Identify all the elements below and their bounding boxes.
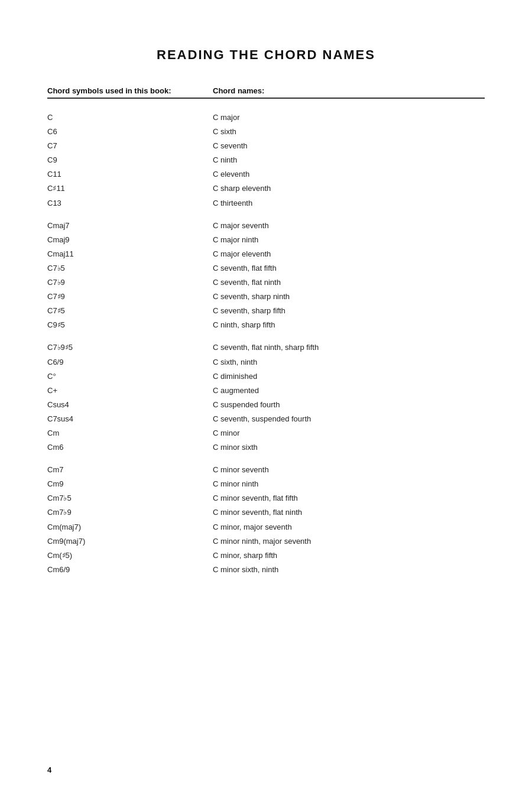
table-row: C7♯5C seventh, sharp fifth [47, 304, 485, 318]
chord-name: C seventh, sharp ninth [213, 290, 485, 303]
chord-name: C eleventh [213, 168, 485, 181]
table-row: C7♯9C seventh, sharp ninth [47, 290, 485, 304]
table-header: Chord symbols used in this book: Chord n… [47, 86, 485, 99]
group-spacer-1 [47, 210, 485, 219]
chord-symbol: Cm6 [47, 441, 213, 454]
chord-name: C sharp eleventh [213, 182, 485, 195]
table-row: C♯11C sharp eleventh [47, 181, 485, 196]
chord-symbol: Cm9(maj7) [47, 535, 213, 548]
chord-name: C major ninth [213, 233, 485, 246]
header-name: Chord names: [213, 86, 485, 95]
group-spacer-0 [47, 102, 485, 111]
chord-symbol: C7 [47, 140, 213, 153]
chord-symbol: Cmaj7 [47, 219, 213, 232]
chord-name: C major seventh [213, 219, 485, 232]
table-row: CC major [47, 111, 485, 125]
chord-symbol: Cm(♯5) [47, 549, 213, 562]
chord-name: C sixth, ninth [213, 356, 485, 369]
table-row: Cm7♭5C minor seventh, flat fifth [47, 491, 485, 505]
table-row: C7sus4C seventh, suspended fourth [47, 412, 485, 426]
table-row: Cm6C minor sixth [47, 440, 485, 455]
chord-symbol: Cm(maj7) [47, 521, 213, 534]
table-row: Cm9C minor ninth [47, 477, 485, 491]
chord-symbol: C6 [47, 125, 213, 138]
table-row: Cmaj9C major ninth [47, 233, 485, 247]
chord-name: C minor ninth [213, 478, 485, 491]
chord-name: C minor seventh, flat ninth [213, 506, 485, 519]
chord-name: C thirteenth [213, 197, 485, 210]
chord-name: C minor ninth, major seventh [213, 535, 485, 548]
chord-symbol: C [47, 111, 213, 124]
table-row: Cm7♭9C minor seventh, flat ninth [47, 505, 485, 520]
chord-name: C seventh, flat ninth, sharp fifth [213, 341, 485, 354]
chord-table: Chord symbols used in this book: Chord n… [47, 86, 485, 577]
chord-symbol: C11 [47, 168, 213, 181]
table-row: C7♭9♯5C seventh, flat ninth, sharp fifth [47, 340, 485, 355]
chord-name: C seventh, sharp fifth [213, 304, 485, 317]
group-spacer-3 [47, 455, 485, 463]
chord-symbol: C9 [47, 154, 213, 167]
page: READING THE CHORD NAMES Chord symbols us… [0, 0, 532, 798]
table-row: C11C eleventh [47, 167, 485, 181]
table-row: Cm9(maj7)C minor ninth, major seventh [47, 534, 485, 549]
chord-name: C suspended fourth [213, 398, 485, 411]
chord-name: C augmented [213, 384, 485, 397]
chord-name: C ninth, sharp fifth [213, 319, 485, 332]
table-row: Cmaj11C major eleventh [47, 247, 485, 261]
chord-name: C minor sixth, ninth [213, 563, 485, 576]
chord-name: C seventh, flat ninth [213, 276, 485, 289]
chord-symbol: C7♭5 [47, 262, 213, 275]
chord-name: C seventh, flat fifth [213, 262, 485, 275]
chord-symbol: Cm7♭5 [47, 492, 213, 505]
table-row: C+C augmented [47, 384, 485, 398]
table-row: Cm(maj7)C minor, major seventh [47, 520, 485, 534]
chord-symbol: Cm9 [47, 478, 213, 491]
group-spacer-2 [47, 332, 485, 340]
chord-name: C minor sixth [213, 441, 485, 454]
page-title: READING THE CHORD NAMES [47, 47, 485, 63]
chord-symbol: Cm6/9 [47, 563, 213, 576]
table-row: Cm7C minor seventh [47, 463, 485, 477]
chord-name: C minor seventh, flat fifth [213, 492, 485, 505]
chord-symbol: C7♭9♯5 [47, 341, 213, 354]
chord-name: C seventh, suspended fourth [213, 413, 485, 426]
chord-name: C minor [213, 427, 485, 440]
table-row: C6/9C sixth, ninth [47, 355, 485, 369]
table-row: C7♭5C seventh, flat fifth [47, 261, 485, 275]
page-number: 4 [47, 765, 51, 774]
chord-name: C minor, major seventh [213, 521, 485, 534]
table-row: C°C diminished [47, 369, 485, 384]
table-row: Cm6/9C minor sixth, ninth [47, 563, 485, 577]
chord-name: C ninth [213, 154, 485, 167]
chord-symbol: Cmaj9 [47, 233, 213, 246]
table-row: C9C ninth [47, 153, 485, 167]
chord-symbol: C+ [47, 384, 213, 397]
chord-symbol: C9♯5 [47, 319, 213, 332]
chord-name: C major eleventh [213, 248, 485, 261]
chord-symbol: Cm7 [47, 463, 213, 476]
chord-name: C minor, sharp fifth [213, 549, 485, 562]
chord-name: C sixth [213, 125, 485, 138]
chord-groups: CC majorC6C sixthC7C seventhC9C ninthC11… [47, 102, 485, 577]
chord-name: C major [213, 111, 485, 124]
table-row: CmC minor [47, 426, 485, 440]
chord-name: C minor seventh [213, 463, 485, 476]
chord-symbol: Cm7♭9 [47, 506, 213, 519]
chord-symbol: C13 [47, 197, 213, 210]
table-row: C7C seventh [47, 139, 485, 153]
chord-symbol: C7sus4 [47, 413, 213, 426]
chord-symbol: Cm [47, 427, 213, 440]
chord-symbol: C7♯5 [47, 304, 213, 317]
chord-symbol: C7♯9 [47, 290, 213, 303]
table-row: C6C sixth [47, 125, 485, 139]
table-row: Cmaj7C major seventh [47, 219, 485, 233]
table-row: C13C thirteenth [47, 196, 485, 210]
table-row: Cm(♯5)C minor, sharp fifth [47, 549, 485, 563]
header-symbol: Chord symbols used in this book: [47, 86, 213, 95]
chord-symbol: C7♭9 [47, 276, 213, 289]
chord-symbol: C6/9 [47, 356, 213, 369]
table-row: C9♯5C ninth, sharp fifth [47, 318, 485, 332]
table-row: Csus4C suspended fourth [47, 398, 485, 412]
chord-symbol: Csus4 [47, 398, 213, 411]
chord-name: C diminished [213, 370, 485, 383]
